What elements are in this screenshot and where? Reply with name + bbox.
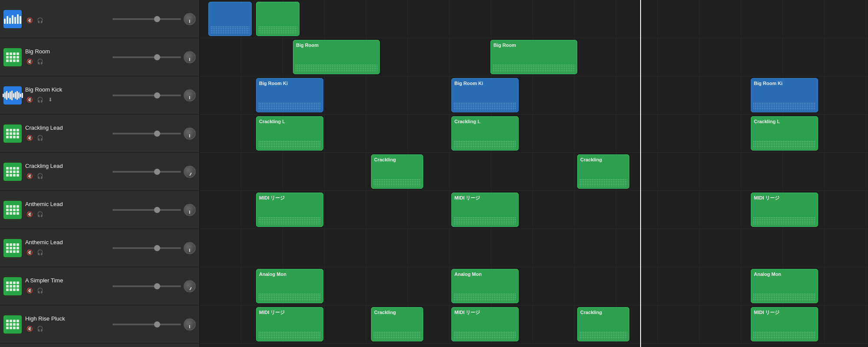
mute-button-8[interactable]: 🔇 — [25, 324, 34, 333]
pan-knob-2[interactable] — [184, 89, 196, 101]
track-name-2: Big Room Kick — [25, 86, 109, 93]
headphone-button-4[interactable]: 🎧 — [36, 172, 44, 180]
volume-slider-3[interactable] — [112, 133, 181, 134]
clip-label-2: Big Room — [296, 42, 377, 48]
volume-slider-2[interactable] — [112, 95, 181, 96]
headphone-button-7[interactable]: 🎧 — [36, 286, 44, 295]
track-row-5: Anthemic Lead🔇🎧 — [0, 191, 199, 229]
track-name-1: Big Room — [25, 48, 109, 55]
track-icon-6 — [3, 239, 22, 257]
track-lane-3: Crackling LCrackling LCrackling L — [200, 115, 868, 153]
playhead — [640, 0, 641, 347]
volume-slider-5[interactable] — [112, 209, 181, 211]
pan-knob-1[interactable] — [184, 51, 196, 63]
volume-slider-0[interactable] — [112, 18, 181, 20]
clip-19[interactable]: Crackling — [371, 307, 423, 341]
clip-14[interactable]: MIDI リージ — [751, 193, 818, 227]
track-lane-2: Big Room KiBig Room KiBig Room Ki — [200, 76, 868, 115]
clip-label-11: Crackling — [580, 157, 626, 163]
headphone-button-3[interactable]: 🎧 — [36, 134, 44, 142]
clip-label-18: MIDI リージ — [259, 309, 320, 315]
clip-5[interactable]: Big Room Ki — [451, 78, 519, 112]
clip-16[interactable]: Analog Mon — [451, 269, 519, 303]
pan-knob-4[interactable] — [184, 166, 196, 178]
arrangement-panel: Big RoomBig RoomBig Room KiBig Room KiBi… — [200, 0, 868, 347]
arrangement-grid: Big RoomBig RoomBig Room KiBig Room KiBi… — [200, 0, 868, 347]
clip-1[interactable] — [256, 2, 299, 36]
headphone-button-0[interactable]: 🎧 — [36, 16, 44, 25]
clip-15[interactable]: Analog Mon — [256, 269, 323, 303]
track-name-8: High Rise Pluck — [25, 315, 109, 322]
track-name-5: Anthemic Lead — [25, 201, 109, 207]
mute-button-6[interactable]: 🔇 — [25, 248, 34, 257]
track-lane-7: Analog MonAnalog MonAnalog Mon — [200, 267, 868, 305]
clip-4[interactable]: Big Room Ki — [256, 78, 323, 112]
clip-label-6: Big Room Ki — [754, 80, 815, 86]
track-list: 🔇🎧Big Room🔇🎧Big Room Kick🔇🎧⬇Crackling Le… — [0, 0, 200, 347]
track-icon-0 — [3, 10, 22, 28]
track-row-6: Anthemic Lead🔇🎧 — [0, 229, 199, 267]
headphone-button-2[interactable]: 🎧 — [36, 95, 44, 104]
headphone-button-1[interactable]: 🎧 — [36, 57, 44, 66]
track-icon-1 — [3, 48, 22, 66]
track-icon-3 — [3, 124, 22, 143]
slider-area-6 — [112, 242, 196, 254]
pan-knob-7[interactable] — [184, 280, 196, 292]
clip-12[interactable]: MIDI リージ — [256, 193, 323, 227]
track-name-3: Crackling Lead — [25, 124, 109, 131]
mute-button-2[interactable]: 🔇 — [25, 95, 34, 104]
clip-label-21: Crackling — [580, 309, 626, 315]
clip-label-20: MIDI リージ — [454, 309, 516, 315]
clip-9[interactable]: Crackling L — [751, 116, 818, 151]
pan-knob-6[interactable] — [184, 242, 196, 254]
mute-button-0[interactable]: 🔇 — [25, 16, 34, 25]
volume-slider-7[interactable] — [112, 285, 181, 287]
track-lane-6 — [200, 229, 868, 267]
slider-area-8 — [112, 318, 196, 331]
track-lane-1: Big RoomBig Room — [200, 38, 868, 76]
pan-knob-8[interactable] — [184, 318, 196, 331]
clip-13[interactable]: MIDI リージ — [451, 193, 519, 227]
clip-label-15: Analog Mon — [259, 271, 320, 277]
mute-button-1[interactable]: 🔇 — [25, 57, 34, 66]
track-icon-7 — [3, 277, 22, 295]
headphone-button-5[interactable]: 🎧 — [36, 210, 44, 219]
volume-slider-1[interactable] — [112, 56, 181, 58]
clip-label-19: Crackling — [374, 309, 420, 315]
clip-3[interactable]: Big Room — [490, 40, 577, 74]
track-row-4: Crackling Lead🔇🎧 — [0, 153, 199, 191]
volume-slider-8[interactable] — [112, 324, 181, 325]
volume-slider-6[interactable] — [112, 247, 181, 249]
pan-knob-3[interactable] — [184, 128, 196, 140]
clip-10[interactable]: Crackling — [371, 154, 423, 189]
pan-knob-0[interactable] — [184, 13, 196, 25]
clip-21[interactable]: Crackling — [577, 307, 629, 341]
clip-6[interactable]: Big Room Ki — [751, 78, 818, 112]
clip-20[interactable]: MIDI リージ — [451, 307, 519, 341]
record-button-2[interactable]: ⬇ — [46, 95, 55, 104]
mute-button-5[interactable]: 🔇 — [25, 210, 34, 219]
clip-22[interactable]: MIDI リージ — [751, 307, 818, 341]
track-row-8: High Rise Pluck🔇🎧 — [0, 305, 199, 344]
clip-label-13: MIDI リージ — [454, 195, 516, 201]
clip-7[interactable]: Crackling L — [256, 116, 323, 151]
volume-slider-4[interactable] — [112, 171, 181, 173]
mute-button-3[interactable]: 🔇 — [25, 134, 34, 142]
clip-18[interactable]: MIDI リージ — [256, 307, 323, 341]
headphone-button-8[interactable]: 🎧 — [36, 324, 44, 333]
clip-0[interactable] — [208, 2, 252, 36]
mute-button-4[interactable]: 🔇 — [25, 172, 34, 180]
pan-knob-5[interactable] — [184, 204, 196, 216]
mute-button-7[interactable]: 🔇 — [25, 286, 34, 295]
clip-8[interactable]: Crackling L — [451, 116, 519, 151]
clip-17[interactable]: Analog Mon — [751, 269, 818, 303]
clip-2[interactable]: Big Room — [293, 40, 380, 74]
clip-11[interactable]: Crackling — [577, 154, 629, 189]
slider-area-4 — [112, 166, 196, 178]
headphone-button-6[interactable]: 🎧 — [36, 248, 44, 257]
slider-area-0 — [112, 13, 196, 25]
clip-label-12: MIDI リージ — [259, 195, 320, 201]
track-lane-4: CracklingCrackling — [200, 153, 868, 191]
track-name-4: Crackling Lead — [25, 163, 109, 169]
clip-label-3: Big Room — [493, 42, 574, 48]
